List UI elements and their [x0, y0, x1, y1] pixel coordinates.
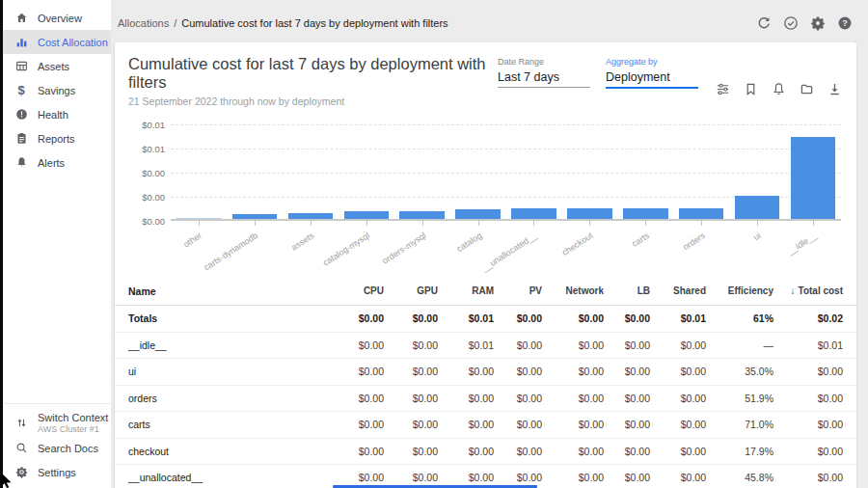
- row-name-cell: ui: [128, 366, 330, 377]
- row-value-cell: $0.00: [384, 312, 438, 324]
- bar-__unallocated__[interactable]: [511, 208, 556, 219]
- table-row-Totals[interactable]: Totals$0.00$0.00$0.01$0.00$0.00$0.00$0.0…: [115, 306, 856, 333]
- home-icon: [14, 12, 28, 25]
- table-row-checkout[interactable]: checkout$0.00$0.00$0.00$0.00$0.00$0.00$0…: [115, 439, 856, 466]
- row-value-cell: $0.01: [650, 312, 706, 324]
- sidebar-item-overview[interactable]: Overview: [3, 6, 111, 30]
- column-header-ram[interactable]: RAM: [438, 285, 494, 296]
- row-value-cell: $0.00: [604, 312, 650, 324]
- row-name-cell: carts: [128, 419, 330, 430]
- y-axis-tick-label: $0.00: [126, 168, 165, 178]
- row-value-cell: 35.0%: [706, 366, 773, 377]
- table-row-carts[interactable]: carts$0.00$0.00$0.00$0.00$0.00$0.00$0.00…: [115, 412, 856, 439]
- bar-orders-mysql[interactable]: [399, 211, 444, 219]
- aggregate-by-select[interactable]: Deployment: [606, 67, 698, 89]
- bar-other[interactable]: [176, 218, 221, 219]
- switch-context-button[interactable]: Switch Context AWS Cluster #1: [3, 410, 111, 436]
- column-header-cpu[interactable]: CPU: [330, 285, 384, 296]
- grid-icon: [14, 60, 28, 73]
- row-value-cell: 51.9%: [706, 393, 773, 404]
- column-header-efficiency[interactable]: Efficiency: [706, 285, 773, 296]
- bookmark-icon[interactable]: [742, 80, 759, 97]
- row-value-cell: $0.00: [438, 393, 494, 404]
- bar-ui[interactable]: [735, 196, 779, 219]
- row-value-cell: 17.9%: [706, 446, 773, 457]
- sidebar-item-cost-allocation[interactable]: Cost Allocation: [3, 30, 111, 54]
- bell-icon[interactable]: [770, 80, 787, 97]
- breadcrumb-separator: /: [174, 17, 176, 29]
- chart-bar-slot: carts: [617, 122, 673, 219]
- row-value-cell: $0.00: [542, 446, 604, 457]
- help-icon[interactable]: ?: [835, 14, 854, 33]
- bar-orders[interactable]: [679, 208, 723, 219]
- table-row-ui[interactable]: ui$0.00$0.00$0.00$0.00$0.00$0.00$0.0035.…: [115, 359, 856, 386]
- row-value-cell: $0.00: [542, 366, 604, 377]
- column-header-lb[interactable]: LB: [604, 285, 650, 296]
- search-docs-button[interactable]: Search Docs: [3, 436, 111, 460]
- chart-bar-slot: catalog: [450, 122, 506, 219]
- gear-icon[interactable]: [808, 14, 827, 33]
- sidebar-item-alerts[interactable]: Alerts: [3, 150, 111, 175]
- screen-left-edge: [0, 0, 3, 488]
- bar-carts[interactable]: [623, 208, 667, 219]
- row-value-cell: $0.00: [330, 472, 384, 483]
- check-circle-icon[interactable]: [781, 14, 800, 33]
- bar-__idle__[interactable]: [791, 137, 835, 219]
- sidebar-item-reports[interactable]: Reports: [3, 126, 111, 150]
- bar-carts-dynamodb[interactable]: [232, 214, 277, 219]
- date-range-select[interactable]: Last 7 days: [498, 67, 590, 88]
- bar-checkout[interactable]: [567, 208, 611, 219]
- row-value-cell: $0.02: [773, 312, 843, 324]
- row-value-cell: $0.00: [650, 393, 706, 404]
- row-value-cell: $0.00: [384, 446, 438, 457]
- column-header-total-cost[interactable]: ↓Total cost: [773, 285, 843, 296]
- swap-arrows-icon: [14, 417, 28, 430]
- bar-catalog-mysql[interactable]: [344, 211, 389, 219]
- search-docs-label: Search Docs: [38, 443, 98, 454]
- chart-bar-slot: __unallocated__: [506, 122, 562, 219]
- row-value-cell: $0.00: [494, 312, 542, 324]
- filters-icon[interactable]: [714, 80, 731, 97]
- chart-bar-slot: orders: [673, 122, 729, 219]
- row-value-cell: $0.00: [773, 393, 843, 404]
- refresh-icon[interactable]: [754, 14, 773, 33]
- bar-catalog[interactable]: [455, 209, 500, 219]
- column-header-shared[interactable]: Shared: [650, 285, 706, 296]
- row-value-cell: $0.00: [330, 312, 384, 324]
- row-value-cell: $0.00: [604, 446, 650, 457]
- row-value-cell: 45.8%: [706, 472, 773, 483]
- sidebar-nav: Overview Cost Allocation Assets $ Saving…: [3, 0, 111, 175]
- column-header-gpu[interactable]: GPU: [384, 285, 438, 296]
- column-header-network[interactable]: Network: [542, 285, 604, 296]
- column-header-name[interactable]: Name: [128, 285, 330, 297]
- folder-icon[interactable]: [798, 80, 815, 97]
- chart-bar-slot: carts-dynamodb: [227, 122, 283, 219]
- row-value-cell: $0.00: [384, 419, 438, 430]
- chart-bar-slot: assets: [283, 122, 339, 219]
- download-icon[interactable]: [826, 80, 843, 97]
- column-header-pv[interactable]: PV: [494, 285, 542, 296]
- row-value-cell: $0.00: [384, 472, 438, 483]
- breadcrumb-allocations-link[interactable]: Allocations: [118, 17, 169, 29]
- chart-bar-slot: ui: [729, 122, 785, 219]
- chart-bars: othercarts-dynamodbassetscatalog-mysqlor…: [171, 122, 841, 219]
- switch-context-label: Switch Context: [38, 412, 108, 423]
- bar-assets[interactable]: [288, 213, 333, 219]
- row-value-cell: $0.00: [384, 339, 438, 351]
- row-value-cell: $0.00: [494, 339, 542, 351]
- svg-text:?: ?: [842, 18, 848, 28]
- sort-descending-icon: ↓: [791, 285, 796, 296]
- table-row-orders[interactable]: orders$0.00$0.00$0.00$0.00$0.00$0.00$0.0…: [115, 386, 856, 413]
- row-value-cell: $0.00: [330, 393, 384, 404]
- report-card: Cumulative cost for last 7 days by deplo…: [115, 42, 856, 488]
- sidebar-item-savings[interactable]: $ Savings: [3, 78, 111, 102]
- x-axis-tick-label: catalog: [454, 230, 483, 254]
- mouse-cursor: [0, 473, 13, 488]
- settings-button[interactable]: Settings: [3, 460, 111, 484]
- row-value-cell: $0.00: [494, 472, 542, 483]
- sidebar-item-health[interactable]: Health: [3, 102, 111, 126]
- table-row-__idle__[interactable]: __idle__$0.00$0.00$0.01$0.00$0.00$0.00$0…: [115, 333, 856, 360]
- sidebar-item-assets[interactable]: Assets: [3, 54, 111, 78]
- sidebar-item-label: Reports: [38, 133, 75, 145]
- breadcrumb: Allocations/Cumulative cost for last 7 d…: [118, 17, 448, 29]
